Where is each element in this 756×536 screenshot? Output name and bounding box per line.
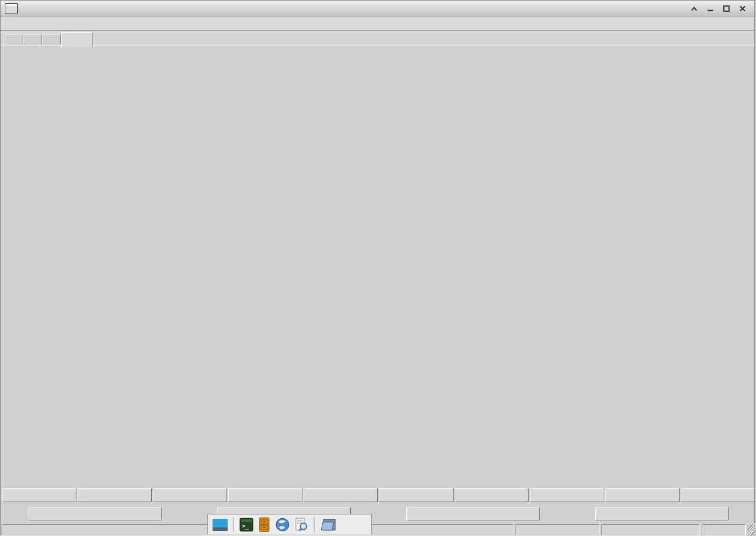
tab-result[interactable] — [61, 32, 93, 47]
status-tool — [601, 524, 700, 535]
dock-separator — [233, 517, 235, 532]
app-window: >_ — [0, 0, 755, 535]
status-state — [702, 524, 746, 535]
window-icon — [5, 3, 18, 14]
start-button[interactable] — [29, 507, 162, 520]
file-manager-icon[interactable] — [320, 517, 336, 532]
shade-button[interactable] — [690, 4, 698, 13]
reset-button[interactable] — [2, 488, 76, 502]
file-cabinet-icon[interactable] — [258, 517, 270, 532]
dock-separator — [314, 517, 315, 532]
measurement-controls — [1, 504, 756, 523]
import-button[interactable] — [379, 488, 453, 502]
minimize-button[interactable] — [706, 4, 715, 13]
status-bar — [1, 523, 756, 536]
reference-button[interactable] — [530, 488, 604, 502]
tab-bar — [1, 31, 754, 46]
menu-bar — [1, 17, 754, 31]
export-button[interactable] — [455, 488, 529, 502]
svg-text:>_: >_ — [242, 523, 249, 530]
desktop-icon[interactable] — [212, 517, 228, 532]
new-button[interactable] — [228, 488, 302, 502]
resize-grip[interactable] — [747, 524, 755, 535]
status-repeat — [515, 524, 599, 535]
taskbar-overlay: >_ — [207, 514, 372, 534]
plot-grid — [1, 45, 756, 486]
file-search-icon[interactable] — [295, 517, 309, 532]
resume-button[interactable] — [406, 507, 540, 520]
print-button[interactable] — [681, 488, 755, 502]
web-browser-icon[interactable] — [275, 517, 290, 532]
terminal-icon[interactable]: >_ — [239, 517, 253, 532]
options-button[interactable] — [303, 488, 378, 502]
zoom-button[interactable] — [77, 488, 152, 502]
abort-button[interactable] — [595, 507, 729, 520]
active-button[interactable] — [153, 488, 227, 502]
title-bar — [1, 1, 754, 17]
maximize-button[interactable] — [722, 4, 731, 13]
calibration-button[interactable] — [605, 488, 680, 502]
plot-toolbar — [1, 486, 756, 504]
close-button[interactable] — [738, 4, 747, 13]
